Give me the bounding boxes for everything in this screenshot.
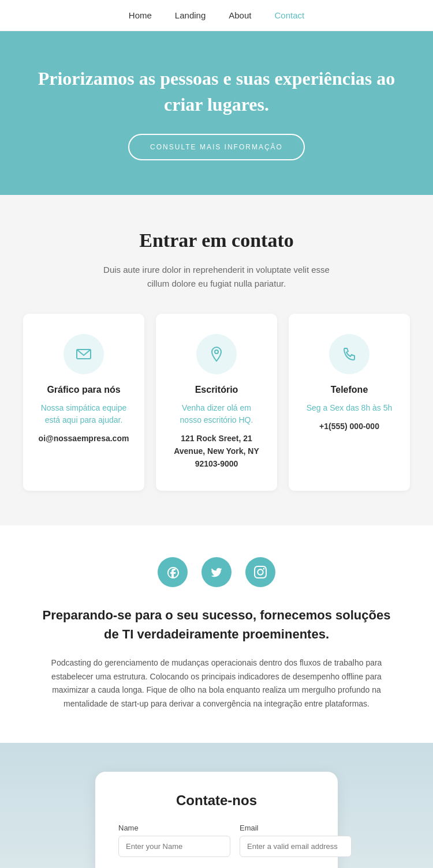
card-office-info: 121 Rock Sreet, 21 Avenue, New York, NY …: [170, 432, 263, 471]
card-email: Gráfico para nós Nossa simpática equipe …: [23, 314, 144, 491]
contact-form-card: Contate-nos Name Email Message Gallery: [95, 772, 338, 868]
location-icon: [196, 334, 237, 374]
navbar: Home Landing About Contact: [0, 0, 433, 31]
card-office-link: Venha dizer olá em nosso escritório HQ.: [170, 402, 263, 426]
instagram-icon[interactable]: [245, 557, 275, 587]
card-office-title: Escritório: [170, 385, 263, 395]
form-name-email-row: Name Email: [118, 824, 315, 857]
card-phone-title: Telefone: [303, 385, 395, 395]
name-input[interactable]: [118, 836, 230, 857]
email-group: Email: [240, 824, 352, 857]
card-office: Escritório Venha dizer olá em nosso escr…: [156, 314, 277, 491]
card-email-link: Nossa simpática equipe está aqui para aj…: [38, 402, 130, 426]
twitter-icon[interactable]: [201, 557, 232, 587]
hero-cta-button[interactable]: CONSULTE MAIS INFORMAÇÃO: [128, 134, 305, 160]
form-section: Contate-nos Name Email Message Gallery: [0, 743, 433, 868]
social-section: Preparando-se para o seu sucesso, fornec…: [0, 525, 433, 743]
facebook-icon[interactable]: [158, 557, 188, 587]
social-icons-group: [35, 557, 398, 587]
email-input[interactable]: [240, 836, 352, 857]
hero-headline: Priorizamos as pessoas e suas experiênci…: [23, 66, 410, 118]
email-label: Email: [240, 824, 352, 832]
name-label: Name: [118, 824, 230, 832]
social-headline: Preparando-se para o seu sucesso, fornec…: [35, 606, 398, 644]
card-email-info: oi@nossaempresa.com: [38, 432, 130, 445]
nav-contact[interactable]: Contact: [274, 10, 304, 20]
nav-landing[interactable]: Landing: [175, 10, 206, 20]
svg-point-1: [215, 350, 218, 354]
contact-cards: Gráfico para nós Nossa simpática equipe …: [23, 314, 410, 491]
phone-icon: [329, 334, 369, 374]
card-email-title: Gráfico para nós: [38, 385, 130, 395]
name-group: Name: [118, 824, 230, 857]
card-phone-number: +1(555) 000-000: [303, 420, 395, 433]
card-phone: Telefone Seg a Sex das 8h às 5h +1(555) …: [289, 314, 410, 491]
contact-title: Entrar em contato: [23, 230, 410, 251]
contact-info-section: Entrar em contato Duis aute irure dolor …: [0, 195, 433, 525]
nav-about[interactable]: About: [229, 10, 251, 20]
contact-subtitle: Duis aute irure dolor in reprehenderit i…: [95, 263, 338, 291]
card-phone-hours: Seg a Sex das 8h às 5h: [303, 402, 395, 414]
social-body: Podcasting do gerenciamento de mudanças …: [35, 656, 398, 711]
form-title: Contate-nos: [118, 792, 315, 809]
hero-section: Priorizamos as pessoas e suas experiênci…: [0, 31, 433, 195]
nav-home[interactable]: Home: [129, 10, 152, 20]
email-icon: [64, 334, 104, 374]
